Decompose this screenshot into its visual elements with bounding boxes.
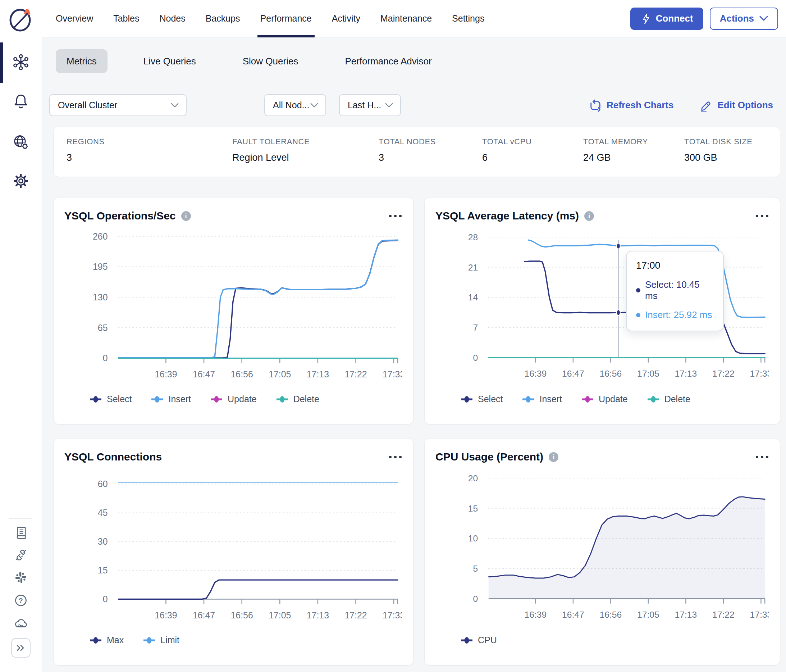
- subtab-performance-advisor[interactable]: Performance Advisor: [334, 49, 442, 73]
- svg-text:14: 14: [468, 293, 478, 302]
- svg-text:17:33: 17:33: [383, 610, 402, 620]
- sidebar-divider: [9, 518, 32, 519]
- chart-menu-button[interactable]: [755, 452, 769, 462]
- tab-nodes[interactable]: Nodes: [159, 0, 185, 38]
- legend-item-delete[interactable]: Delete: [647, 394, 690, 404]
- chart-menu-button[interactable]: [755, 211, 769, 221]
- svg-text:16:56: 16:56: [600, 610, 622, 620]
- series-marker-icon: [143, 637, 155, 644]
- svg-text:0: 0: [473, 353, 478, 363]
- svg-text:16:47: 16:47: [193, 369, 215, 379]
- svg-text:28: 28: [468, 232, 478, 242]
- series-marker-icon: [522, 396, 534, 403]
- tab-activity[interactable]: Activity: [332, 0, 360, 38]
- ysql-operations-chart[interactable]: 06513019526016:3916:4716:5617:0517:1317:…: [64, 225, 402, 390]
- svg-text:5: 5: [473, 564, 478, 573]
- pencil-icon: [700, 99, 712, 112]
- subtab-metrics[interactable]: Metrics: [56, 49, 107, 73]
- svg-text:21: 21: [468, 263, 478, 272]
- charts-grid: YSQL Operations/Sec i 06513019526016:391…: [53, 197, 780, 666]
- refresh-charts-link[interactable]: Refresh Charts: [590, 99, 673, 112]
- sidebar-item-integrations[interactable]: [0, 548, 42, 563]
- svg-text:16:39: 16:39: [155, 369, 177, 379]
- nodes-select[interactable]: All Nod...: [264, 94, 326, 116]
- svg-text:16:39: 16:39: [155, 610, 177, 620]
- svg-text:17:22: 17:22: [344, 369, 367, 379]
- sidebar: ?: [0, 0, 42, 672]
- tab-maintenance[interactable]: Maintenance: [380, 0, 432, 38]
- edit-options-link[interactable]: Edit Options: [700, 99, 773, 112]
- legend-item-select[interactable]: Select: [461, 394, 503, 404]
- globe-gear-icon: [13, 134, 29, 150]
- sidebar-item-slack[interactable]: [0, 570, 42, 585]
- sidebar-item-settings[interactable]: [0, 173, 42, 189]
- svg-text:16:56: 16:56: [600, 369, 622, 378]
- double-chevron-right-icon: [16, 643, 26, 653]
- filters-bar: Overall Cluster All Nod... Last H...: [49, 94, 777, 116]
- tab-backups[interactable]: Backups: [206, 0, 240, 38]
- chart-menu-button[interactable]: [388, 452, 402, 462]
- legend-item-insert[interactable]: Insert: [522, 394, 562, 404]
- tooltip-insert-row: Insert: 25.92 ms: [636, 309, 714, 321]
- legend-item-insert[interactable]: Insert: [151, 394, 191, 404]
- svg-text:17:05: 17:05: [269, 369, 291, 379]
- tab-settings[interactable]: Settings: [452, 0, 484, 38]
- svg-text:195: 195: [93, 261, 108, 272]
- legend-item-cpu[interactable]: CPU: [461, 635, 497, 645]
- sidebar-item-expand[interactable]: [0, 638, 42, 658]
- legend-item-limit[interactable]: Limit: [143, 635, 179, 645]
- series-marker-icon: [90, 637, 102, 644]
- plug-icon: [13, 548, 28, 563]
- info-icon[interactable]: i: [584, 211, 594, 221]
- chevron-down-icon: [171, 103, 179, 108]
- svg-text:17:13: 17:13: [307, 369, 329, 379]
- sidebar-item-cloud-status[interactable]: [0, 616, 42, 631]
- tab-performance[interactable]: Performance: [260, 0, 312, 38]
- time-range-select[interactable]: Last H...: [339, 94, 401, 116]
- svg-text:20: 20: [468, 474, 478, 483]
- sidebar-item-help[interactable]: ?: [0, 593, 42, 608]
- svg-text:16:47: 16:47: [562, 610, 584, 620]
- chart-title: CPU Usage (Percent): [435, 451, 543, 463]
- gear-icon: [13, 173, 29, 189]
- subtab-live-queries[interactable]: Live Queries: [133, 49, 207, 73]
- svg-text:65: 65: [98, 323, 108, 333]
- small-gear-icon: [22, 143, 28, 150]
- stat-total-disk: TOTAL DISK SIZE 300 GB: [684, 137, 753, 163]
- cluster-select[interactable]: Overall Cluster: [49, 94, 187, 116]
- ysql-connections-chart[interactable]: 01530456016:3916:4716:5617:0517:1317:221…: [64, 467, 402, 631]
- svg-text:17:05: 17:05: [637, 610, 659, 620]
- ysql-operations-card: YSQL Operations/Sec i 06513019526016:391…: [53, 197, 413, 425]
- cpu-usage-chart[interactable]: 0510152016:3916:4716:5617:0517:1317:2217…: [435, 467, 769, 631]
- chart-tooltip: 17:00 Select: 10.45 ms Insert: 25.92 ms: [626, 251, 724, 331]
- sidebar-item-clusters[interactable]: [0, 54, 42, 71]
- info-icon[interactable]: i: [549, 452, 558, 462]
- svg-text:0: 0: [103, 353, 108, 363]
- ysql-latency-card: YSQL Average Latency (ms) i 0714212816:3…: [424, 197, 780, 425]
- svg-text:60: 60: [98, 479, 108, 489]
- legend-item-delete[interactable]: Delete: [276, 394, 319, 404]
- slack-icon: [13, 570, 28, 585]
- actions-button[interactable]: Actions: [710, 8, 778, 30]
- svg-text:16:39: 16:39: [525, 610, 547, 620]
- yugabyte-logo-icon[interactable]: [6, 5, 35, 34]
- sidebar-item-docs[interactable]: [0, 525, 42, 540]
- tab-overview[interactable]: Overview: [56, 0, 93, 38]
- legend-item-max[interactable]: Max: [90, 635, 124, 645]
- legend-item-update[interactable]: Update: [582, 394, 628, 404]
- connect-button[interactable]: Connect: [630, 8, 703, 30]
- info-icon[interactable]: i: [181, 211, 191, 221]
- legend-item-select[interactable]: Select: [90, 394, 132, 404]
- svg-text:45: 45: [98, 508, 108, 518]
- sidebar-item-network[interactable]: [0, 134, 42, 150]
- chart-menu-button[interactable]: [388, 211, 402, 221]
- tab-tables[interactable]: Tables: [113, 0, 139, 38]
- book-icon: [13, 525, 28, 540]
- subtab-slow-queries[interactable]: Slow Queries: [232, 49, 309, 73]
- legend-item-update[interactable]: Update: [210, 394, 257, 404]
- sidebar-item-alerts[interactable]: [0, 93, 42, 109]
- svg-text:16:47: 16:47: [562, 369, 584, 378]
- stat-total-vcpu: TOTAL vCPU 6: [482, 137, 532, 163]
- series-marker-icon: [461, 637, 473, 644]
- tooltip-select-row: Select: 10.45 ms: [636, 279, 714, 301]
